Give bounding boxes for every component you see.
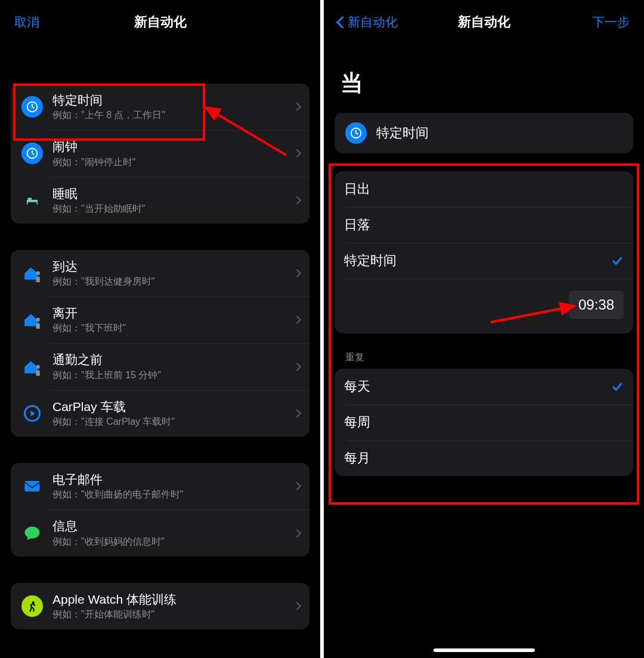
- svg-point-7: [36, 318, 39, 322]
- chevron-right-icon: [293, 602, 301, 610]
- message-icon: [20, 521, 44, 545]
- chevron-right-icon: [293, 316, 301, 324]
- back-button[interactable]: 新自动化: [338, 14, 398, 30]
- cell-title: 电子邮件: [52, 471, 289, 487]
- back-label: 新自动化: [348, 14, 398, 30]
- cell-title: 离开: [52, 305, 289, 321]
- svg-rect-10: [25, 481, 40, 492]
- cell-title: CarPlay 车载: [52, 398, 289, 415]
- svg-rect-2: [27, 200, 38, 202]
- svg-rect-3: [27, 202, 28, 204]
- time-value: 09:38: [578, 296, 614, 313]
- trigger-summary: 特定时间: [335, 113, 633, 153]
- option-label: 每周: [344, 414, 624, 431]
- cell-email[interactable]: 电子邮件 例如："收到曲扬的电子邮件时": [11, 463, 309, 509]
- cell-sub: 例如："收到妈妈的信息时": [52, 536, 289, 548]
- bed-icon: [20, 189, 44, 212]
- mail-icon: [20, 474, 44, 498]
- cell-title: 通勤之前: [52, 351, 289, 367]
- clock-icon: [21, 143, 43, 164]
- home-person-icon: [20, 355, 44, 379]
- option-sunrise[interactable]: 日出: [335, 171, 633, 207]
- chevron-right-icon: [293, 103, 301, 111]
- cell-sub: 例如："我上班前 15 分钟": [52, 369, 289, 382]
- option-label: 日出: [344, 181, 624, 198]
- cell-title: 闹钟: [52, 138, 289, 155]
- cancel-label: 取消: [14, 14, 39, 30]
- next-label: 下一步: [592, 14, 630, 30]
- chevron-right-icon: [293, 196, 301, 205]
- time-picker[interactable]: 09:38: [569, 291, 624, 319]
- chevron-right-icon: [293, 529, 301, 537]
- chevron-right-icon: [293, 482, 301, 490]
- checkmark-icon: [611, 380, 624, 393]
- option-label: 日落: [344, 217, 624, 234]
- cell-commute[interactable]: 通勤之前 例如："我上班前 15 分钟": [11, 343, 309, 390]
- cell-sub: 例如："收到曲扬的电子邮件时": [52, 489, 289, 501]
- cell-message[interactable]: 信息 例如："收到妈妈的信息时": [11, 509, 309, 556]
- option-label: 特定时间: [344, 252, 611, 270]
- content-left: 特定时间 例如："上午 8 点，工作日" 闹钟 例如："闹钟停止时": [0, 44, 320, 658]
- carplay-icon: [20, 401, 44, 425]
- cell-sub: 例如："闹钟停止时": [52, 156, 289, 169]
- navbar: 新自动化 新自动化 下一步: [324, 0, 644, 44]
- cell-leave[interactable]: 离开 例如："我下班时": [11, 296, 309, 343]
- trigger-group-location: 到达 例如："我到达健身房时" 离开 例如："我下班时": [11, 250, 309, 437]
- cell-carplay[interactable]: CarPlay 车载 例如："连接 CarPlay 车载时": [11, 390, 309, 437]
- cell-arrive[interactable]: 到达 例如："我到达健身房时": [11, 250, 309, 296]
- repeat-option-group: 每天 每周 每月: [335, 369, 633, 476]
- cell-sub: 例如："我到达健身房时": [52, 276, 289, 288]
- cell-title: 信息: [52, 518, 289, 534]
- clock-icon: [345, 122, 367, 144]
- workout-icon: [21, 595, 43, 617]
- right-screen: 新自动化 新自动化 下一步 当 特定时间 日出 日落: [324, 0, 644, 658]
- cell-sub: 例如："开始体能训练时": [52, 608, 289, 621]
- option-specific-time[interactable]: 特定时间: [335, 243, 633, 279]
- time-picker-row: 09:38: [335, 279, 633, 333]
- cell-time-of-day[interactable]: 特定时间 例如："上午 8 点，工作日": [11, 84, 309, 130]
- home-person-icon: [20, 261, 44, 285]
- svg-rect-4: [36, 202, 38, 204]
- cell-sub: 例如："当开始助眠时": [52, 203, 289, 215]
- option-weekly[interactable]: 每周: [335, 404, 633, 440]
- cell-alarm[interactable]: 闹钟 例如："闹钟停止时": [11, 130, 309, 177]
- trigger-group-watch: Apple Watch 体能训练 例如："开始体能训练时": [11, 583, 309, 629]
- cell-title: 到达: [52, 258, 289, 274]
- option-sunset[interactable]: 日落: [335, 207, 633, 243]
- chevron-right-icon: [293, 149, 301, 157]
- home-indicator[interactable]: [434, 648, 535, 652]
- option-daily[interactable]: 每天: [335, 369, 633, 404]
- cell-title: Apple Watch 体能训练: [52, 591, 289, 607]
- cell-sub: 例如："我下班时": [52, 322, 289, 335]
- svg-rect-5: [28, 197, 32, 200]
- when-heading: 当: [340, 68, 633, 98]
- cell-workout[interactable]: Apple Watch 体能训练 例如："开始体能训练时": [11, 583, 309, 629]
- option-label: 每月: [344, 450, 624, 467]
- home-person-icon: [20, 308, 44, 332]
- cancel-button[interactable]: 取消: [14, 14, 39, 30]
- cell-sub: 例如："上午 8 点，工作日": [52, 109, 289, 122]
- trigger-group-time: 特定时间 例如："上午 8 点，工作日" 闹钟 例如："闹钟停止时": [11, 84, 309, 224]
- time-option-group: 日出 日落 特定时间 09:38: [335, 171, 633, 333]
- repeat-section-label: 重复: [345, 351, 633, 364]
- navbar: 取消 新自动化: [0, 0, 320, 44]
- svg-point-8: [36, 364, 39, 368]
- cell-title: 睡眠: [52, 186, 289, 202]
- trigger-group-communication: 电子邮件 例如："收到曲扬的电子邮件时" 信息 例如："收到妈妈的信息时": [11, 463, 309, 557]
- cell-sleep[interactable]: 睡眠 例如："当开始助眠时": [11, 177, 309, 224]
- chevron-right-icon: [293, 269, 301, 277]
- chevron-right-icon: [293, 409, 301, 418]
- next-button[interactable]: 下一步: [592, 14, 630, 30]
- chevron-left-icon: [338, 16, 346, 29]
- selected-trigger-card: 特定时间: [335, 113, 633, 153]
- left-screen: 取消 新自动化 特定时间 例如："上午 8 点，工作日": [0, 0, 320, 658]
- content-right: 当 特定时间 日出 日落 特定时间: [324, 68, 644, 514]
- option-label: 每天: [344, 378, 611, 396]
- cell-title: 特定时间: [52, 92, 289, 108]
- cell-sub: 例如："连接 CarPlay 车载时": [52, 416, 289, 428]
- option-monthly[interactable]: 每月: [335, 440, 633, 476]
- trigger-label: 特定时间: [376, 125, 624, 142]
- chevron-right-icon: [293, 363, 301, 371]
- checkmark-icon: [611, 254, 624, 267]
- page-title: 新自动化: [0, 13, 320, 31]
